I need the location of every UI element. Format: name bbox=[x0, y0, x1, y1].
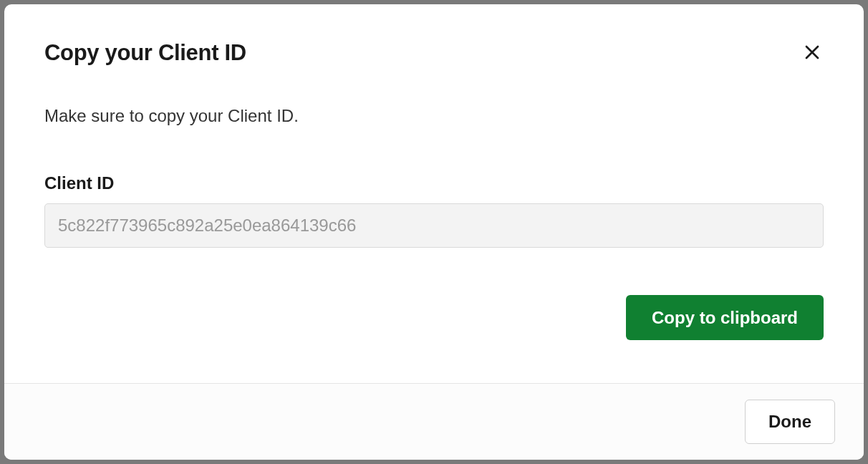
copy-client-id-modal: Copy your Client ID Make sure to copy yo… bbox=[4, 4, 864, 460]
client-id-label: Client ID bbox=[44, 173, 824, 193]
copy-to-clipboard-button[interactable]: Copy to clipboard bbox=[626, 295, 824, 340]
instruction-text: Make sure to copy your Client ID. bbox=[44, 106, 824, 126]
modal-footer: Done bbox=[4, 383, 864, 460]
client-id-input[interactable] bbox=[44, 203, 824, 248]
modal-header: Copy your Client ID bbox=[4, 4, 864, 66]
close-button[interactable] bbox=[801, 41, 824, 66]
modal-title: Copy your Client ID bbox=[44, 40, 246, 66]
close-icon bbox=[804, 44, 821, 63]
modal-body: Make sure to copy your Client ID. Client… bbox=[4, 66, 864, 383]
done-button[interactable]: Done bbox=[745, 400, 835, 444]
copy-row: Copy to clipboard bbox=[44, 295, 824, 340]
